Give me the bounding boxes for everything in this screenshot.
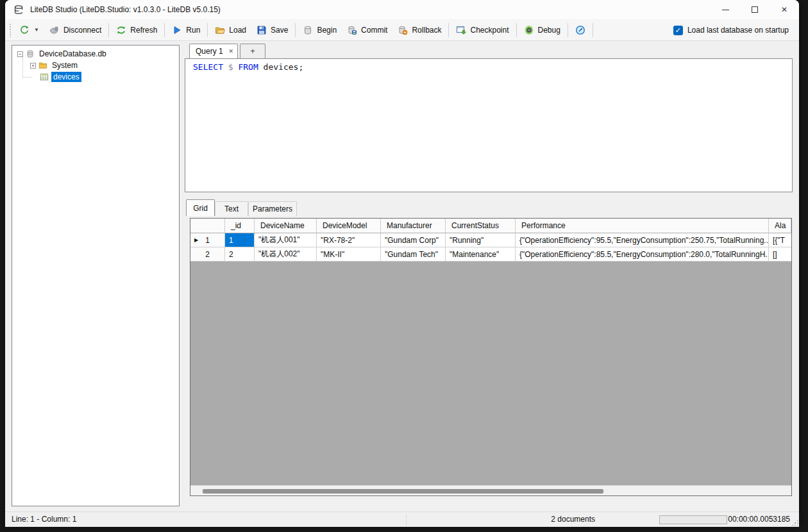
refresh-button[interactable]: Refresh — [111, 22, 162, 38]
toolbar-separator — [108, 23, 109, 37]
tree-node-devices[interactable]: devices — [40, 71, 81, 83]
grid-cell[interactable]: "机器人001" — [255, 233, 317, 247]
toolbar-grip[interactable] — [9, 23, 12, 37]
tab-grid[interactable]: Grid — [186, 199, 215, 216]
commit-button[interactable]: Commit — [342, 22, 392, 38]
column-header-devicemodel[interactable]: DeviceModel — [317, 219, 381, 233]
title-bar[interactable]: LiteDB Studio (LiteDB.Studio: v1.0.3.0 -… — [5, 0, 799, 19]
run-button[interactable]: Run — [167, 22, 205, 38]
tab-text-label: Text — [224, 204, 239, 213]
grid-cell[interactable]: "机器人002" — [255, 247, 317, 262]
load-label: Load — [229, 26, 246, 35]
checkpoint-icon — [456, 25, 466, 35]
result-grid[interactable]: _idDeviceNameDeviceModelManufacturerCurr… — [190, 218, 792, 496]
resize-grip[interactable] — [791, 519, 798, 526]
load-last-db-checkbox[interactable]: ✓ Load last database on startup — [673, 19, 789, 41]
horizontal-scrollbar[interactable] — [190, 485, 791, 495]
commit-label: Commit — [361, 26, 387, 35]
load-button[interactable]: Load — [210, 22, 251, 38]
column-header-devicename[interactable]: DeviceName — [255, 219, 317, 233]
row-number: 2 — [205, 250, 210, 259]
grid-cell[interactable]: "Maintenance" — [446, 247, 516, 262]
tree-node-database-label[interactable]: DeviceDatabase.db — [37, 49, 108, 59]
checkbox-checked-icon[interactable]: ✓ — [673, 26, 683, 35]
grid-cell[interactable]: "Gundam Corp" — [381, 233, 446, 247]
row-number: 1 — [205, 236, 210, 245]
connect-button[interactable]: ▼ — [14, 22, 44, 38]
column-header-_id[interactable]: _id — [225, 219, 255, 233]
tree-node-devices-label[interactable]: devices — [51, 72, 81, 82]
table-row[interactable]: 22"机器人002""MK-II""Gundam Tech""Maintenan… — [190, 247, 791, 262]
close-button[interactable]: ✕ — [770, 0, 799, 19]
grid-cell[interactable]: [{"T — [769, 233, 791, 247]
expand-expander-icon[interactable]: + — [30, 63, 36, 69]
checkpoint-button[interactable]: Checkpoint — [451, 22, 514, 38]
maximize-icon — [752, 6, 758, 13]
toolbar-separator — [207, 23, 208, 37]
minimize-button[interactable] — [711, 0, 740, 19]
query-tab[interactable]: Query 1 ✕ — [189, 44, 238, 58]
checkpoint-label: Checkpoint — [470, 26, 509, 35]
disconnect-button[interactable]: Disconnect — [44, 22, 106, 38]
rollback-button[interactable]: Rollback — [392, 22, 446, 38]
close-icon: ✕ — [781, 5, 787, 14]
grid-body: ▶11"机器人001""RX-78-2""Gundam Corp""Runnin… — [190, 233, 791, 262]
column-header-ala[interactable]: Ala — [769, 219, 791, 233]
scrollbar-thumb[interactable] — [203, 489, 603, 494]
elapsed-time: 00:00:00.0053185 — [728, 515, 790, 524]
grid-cell[interactable]: "Gundam Tech" — [381, 247, 446, 262]
grid-header-row: _idDeviceNameDeviceModelManufacturerCurr… — [190, 219, 791, 233]
sql-keyword: SELECT — [193, 62, 228, 72]
save-label: Save — [271, 26, 288, 35]
tree-node-system-label[interactable]: System — [50, 60, 80, 71]
toolbar-separator — [448, 23, 449, 37]
connect-icon — [19, 25, 29, 35]
sql-param: $ — [228, 62, 239, 72]
current-row-arrow-icon: ▶ — [194, 237, 198, 243]
grid-cell[interactable]: [] — [769, 247, 791, 262]
sql-editor[interactable]: SELECT $ FROM devices; — [185, 58, 793, 192]
tab-text[interactable]: Text — [215, 201, 248, 216]
app-window: LiteDB Studio (LiteDB.Studio: v1.0.3.0 -… — [5, 0, 799, 527]
shell-button[interactable] — [570, 22, 591, 38]
toolbar-separator — [295, 23, 296, 37]
litedb-logo-icon — [13, 4, 24, 15]
desktop-background: { "window": { "title": "LiteDB Studio (L… — [0, 0, 808, 532]
table-row[interactable]: ▶11"机器人001""RX-78-2""Gundam Corp""Runnin… — [190, 233, 791, 247]
grid-cell[interactable]: 1 — [225, 233, 255, 247]
maximize-button[interactable] — [740, 0, 770, 19]
debug-button[interactable]: Debug — [519, 22, 566, 38]
tree-node-system[interactable]: + System — [30, 60, 80, 71]
tree-connector — [22, 57, 23, 78]
grid-cell[interactable]: {"OperationEfficiency":85.5,"EnergyConsu… — [516, 247, 769, 262]
column-header-performance[interactable]: Performance — [516, 219, 769, 233]
statusbar-separator — [406, 514, 407, 526]
save-button[interactable]: Save — [251, 22, 293, 38]
new-query-tab-button[interactable]: + — [240, 44, 265, 58]
toolbar: ▼ Disconnect Refresh — [5, 19, 799, 41]
column-header-manufacturer[interactable]: Manufacturer — [381, 219, 446, 233]
grid-cell[interactable]: "Running" — [446, 233, 516, 247]
status-bar: Line: 1 - Column: 1 2 documents 00:00:00… — [5, 511, 799, 527]
tree-node-database[interactable]: − DeviceDatabase.db — [17, 48, 108, 60]
grid-cell[interactable]: {"OperationEfficiency":95.5,"EnergyConsu… — [516, 233, 769, 247]
grid-cell[interactable]: "MK-II" — [317, 247, 381, 262]
folder-icon — [38, 61, 47, 70]
sql-line: SELECT $ FROM devices; — [193, 62, 792, 72]
begin-button[interactable]: Begin — [298, 22, 342, 38]
run-label: Run — [186, 26, 200, 35]
database-commit-icon — [347, 25, 357, 35]
tab-close-icon[interactable]: ✕ — [228, 48, 233, 54]
collapse-expander-icon[interactable]: − — [17, 51, 23, 57]
grid-cell[interactable]: 2 — [225, 247, 255, 262]
column-header-currentstatus[interactable]: CurrentStatus — [446, 219, 516, 233]
tab-parameters[interactable]: Parameters — [248, 201, 297, 216]
minimize-icon — [722, 10, 729, 10]
tree-connector — [22, 77, 31, 78]
row-header[interactable]: 2 — [190, 247, 225, 262]
row-header[interactable]: ▶1 — [190, 233, 225, 247]
tab-grid-label: Grid — [193, 204, 208, 213]
table-icon — [40, 72, 49, 81]
grid-cell[interactable]: "RX-78-2" — [317, 233, 381, 247]
new-tab-icon: + — [250, 47, 255, 56]
